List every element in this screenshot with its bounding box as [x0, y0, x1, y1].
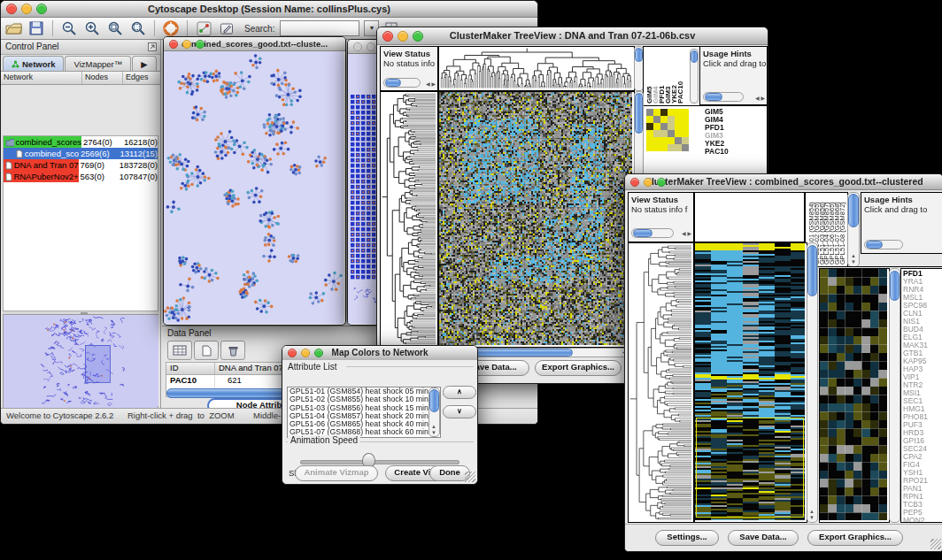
network-list: combined_scores2764(0)16218(0)combined_s…	[3, 135, 158, 311]
resize-grip[interactable]	[465, 472, 475, 482]
tab-more[interactable]: ▶	[132, 56, 156, 71]
export-graphics-button[interactable]: Export Graphics...	[535, 360, 622, 376]
control-panel-header: Control Panel	[1, 40, 160, 55]
network-overview-panel[interactable]	[3, 314, 158, 409]
labels-scrollbar[interactable]: ▲▼	[847, 192, 860, 267]
network-table-header: NetworkNodesEdges	[1, 71, 160, 85]
column-label: PFD1	[658, 49, 664, 104]
close-button[interactable]	[169, 40, 178, 49]
column-label: GIM4	[652, 49, 658, 104]
document-icon	[5, 173, 12, 181]
new-attribute-icon[interactable]	[194, 341, 219, 360]
zoom-button[interactable]	[196, 40, 205, 49]
column-dendrogram-panel[interactable]	[438, 46, 635, 91]
treeview-combined-titlebar[interactable]: ClusterMaker TreeView : combined_scores_…	[625, 174, 942, 190]
section-divider	[644, 105, 767, 106]
zoom-button[interactable]	[36, 4, 47, 14]
heatmap-vscrollbar[interactable]: ▲▼	[807, 242, 818, 523]
column-label: GIM5	[645, 49, 652, 104]
animation-speed-slider[interactable]	[300, 460, 459, 464]
move-down-button[interactable]: ∨	[443, 405, 476, 418]
minimize-button[interactable]	[301, 349, 310, 357]
control-panel-title: Control Panel	[5, 42, 59, 51]
zoom-out-icon[interactable]	[60, 19, 78, 37]
animate-vizmap-button[interactable]: Animate Vizmap	[295, 465, 378, 481]
zoom-button[interactable]	[413, 31, 423, 42]
minimize-button[interactable]	[398, 31, 408, 42]
minimize-button[interactable]	[367, 42, 375, 51]
minimap-cell	[646, 109, 653, 116]
network-row[interactable]: DNA and Tran 07769(0)183728(0)	[4, 159, 158, 171]
zoom-button[interactable]	[314, 349, 323, 357]
treeview-dna-titlebar[interactable]: ClusterMaker TreeView : DNA and Tran 07-…	[377, 27, 768, 45]
column-labels: GIM5GIM4PFD1GIM3YKE2PAC10	[645, 49, 683, 104]
close-button[interactable]	[630, 178, 639, 187]
view-status-scrollbar[interactable]	[631, 228, 674, 238]
help-ring-icon[interactable]	[162, 19, 180, 37]
open-folder-icon[interactable]	[4, 19, 22, 37]
scroll-arrows[interactable]: ◀ ▶	[426, 81, 436, 88]
view-status-panel: View Status No status info f ◀ ▶	[380, 46, 438, 91]
minimap-cell	[660, 116, 668, 123]
view-status-scrollbar[interactable]	[383, 78, 421, 88]
cytoscape-titlebar[interactable]: Cytoscape Desktop (Session Name: collins…	[1, 1, 537, 18]
network-overview-canvas[interactable]	[4, 315, 158, 406]
search-input[interactable]	[280, 20, 359, 36]
attribute-select-icon[interactable]	[167, 341, 192, 360]
attribute-list-scrollbar[interactable]: ▲▼	[429, 387, 440, 437]
window-controls	[169, 40, 205, 49]
row-dendrogram-panel[interactable]	[380, 91, 438, 348]
close-button[interactable]	[353, 42, 362, 51]
tab-network[interactable]: Network	[3, 56, 64, 71]
gene-list-panel: PFD1YRA1RNR4MSL1SPC98CLN1NIS1BUD4ELG1MAK…	[900, 268, 942, 523]
heatmap-panel[interactable]	[694, 242, 807, 523]
resize-grip[interactable]	[930, 539, 941, 549]
minimize-button[interactable]	[21, 4, 32, 14]
col-header-nodes[interactable]: Nodes	[82, 72, 123, 84]
network-view-titlebar[interactable]: combined_scores_good.txt--cluste...	[164, 37, 345, 51]
row-dendrogram-panel[interactable]	[628, 242, 694, 523]
annotation-icon[interactable]	[218, 19, 236, 37]
heatmap-minimap[interactable]	[646, 109, 689, 151]
col-header-network[interactable]: Network	[1, 72, 82, 84]
save-data-button[interactable]: Save Data...	[728, 530, 799, 546]
folder-icon	[5, 138, 14, 147]
close-button[interactable]	[382, 31, 393, 42]
labels-scrollbar[interactable]	[690, 49, 699, 104]
network-row[interactable]: combined_sco2569(6)13112(15)	[4, 148, 158, 159]
col-header-edges[interactable]: Edges	[123, 72, 160, 84]
delete-attribute-icon[interactable]	[220, 341, 245, 360]
usage-hints-scrollbar[interactable]	[864, 240, 903, 249]
minimize-button[interactable]	[182, 40, 191, 49]
gene-label[interactable]: MON2	[903, 517, 942, 523]
save-icon[interactable]	[27, 19, 45, 37]
zoom-button[interactable]	[657, 178, 666, 187]
vizmapper-icon[interactable]	[195, 19, 212, 37]
network-row[interactable]: RNAPuberNov2+563(0)107847(0)	[4, 171, 158, 182]
settings-button[interactable]: Settings...	[655, 530, 719, 546]
minimize-button[interactable]	[644, 178, 652, 187]
move-up-button[interactable]: ∧	[443, 386, 476, 399]
close-button[interactable]	[288, 349, 297, 357]
minimap-cell	[646, 130, 653, 137]
heatmap-panel[interactable]	[438, 91, 635, 348]
zoom-region-icon[interactable]	[129, 19, 147, 37]
network-row[interactable]: combined_scores2764(0)16218(0)	[4, 136, 158, 148]
float-panel-icon[interactable]	[148, 42, 157, 51]
close-button[interactable]	[6, 4, 17, 14]
network-view-canvas[interactable]	[164, 51, 344, 324]
zoom-vscrollbar[interactable]	[889, 268, 900, 523]
zoom-in-icon[interactable]	[83, 19, 101, 37]
scroll-arrows[interactable]: ◀ ▶	[682, 231, 691, 237]
dialog-titlebar[interactable]: Map Colors to Network	[282, 346, 477, 361]
attribute-list[interactable]: GPL51-01 (GSM854) heat shock 05 minGPL51…	[287, 387, 441, 438]
zoom-fit-icon[interactable]	[106, 19, 124, 37]
usage-hints-scrollbar[interactable]	[703, 92, 744, 102]
zoom-heatmap-panel[interactable]	[819, 268, 890, 523]
scroll-arrows[interactable]: ◀ ▶	[755, 96, 765, 102]
row-label: PAC10	[705, 148, 729, 156]
tab-vizmapper[interactable]: VizMapper™	[65, 56, 131, 71]
column-dendrogram-panel[interactable]	[694, 192, 805, 242]
export-graphics-button[interactable]: Export Graphics...	[807, 530, 903, 546]
treeview-combined-buttonbar: Settings... Save Data... Export Graphics…	[625, 524, 942, 551]
